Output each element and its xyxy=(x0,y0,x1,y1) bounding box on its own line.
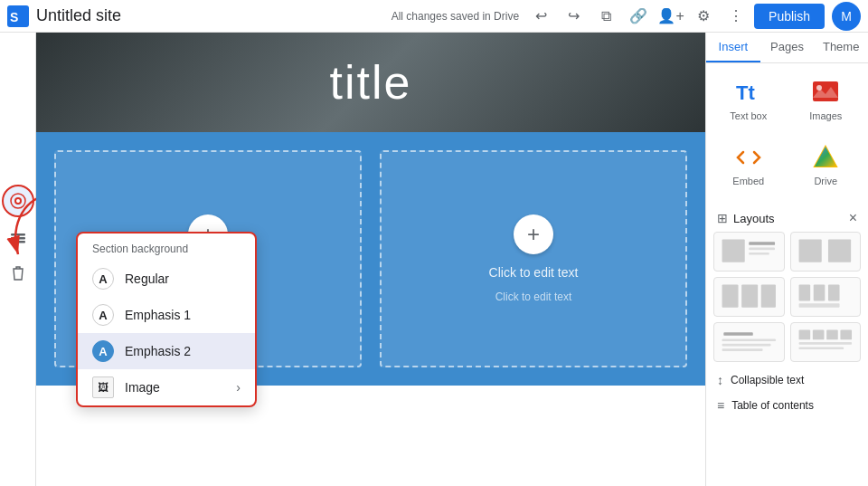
context-menu-header: Section background xyxy=(78,233,255,261)
collapsible-text-item[interactable]: ↕ Collapsible text xyxy=(713,367,861,393)
header-toolbar: ↩ ↪ ⧉ 🔗 👤+ ⚙ ⋮ Publish M xyxy=(526,2,861,31)
svg-marker-14 xyxy=(815,147,836,167)
svg-rect-27 xyxy=(798,303,839,308)
layout-thumb-6[interactable] xyxy=(790,322,862,362)
menu-item-regular[interactable]: A Regular xyxy=(78,261,255,297)
avatar: M xyxy=(832,2,861,31)
menu-item-emphasis1[interactable]: A Emphasis 1 xyxy=(78,297,255,333)
settings-button[interactable]: ⚙ xyxy=(689,2,718,31)
panel-tabs: Insert Pages Theme xyxy=(706,33,868,63)
svg-rect-32 xyxy=(798,330,810,340)
svg-rect-22 xyxy=(741,285,758,308)
svg-rect-19 xyxy=(798,240,821,262)
layouts-close-button[interactable]: × xyxy=(849,210,857,226)
menu-item-image[interactable]: 🖼 Image › xyxy=(78,369,255,405)
svg-rect-7 xyxy=(11,237,25,240)
collapsible-label: Collapsible text xyxy=(731,374,804,386)
hero-title: title xyxy=(330,55,412,110)
svg-rect-8 xyxy=(11,241,25,243)
svg-text:Tt: Tt xyxy=(736,81,755,104)
svg-rect-30 xyxy=(722,344,771,347)
save-status: All changes saved in Drive xyxy=(392,10,519,23)
layout-thumb-5[interactable] xyxy=(713,322,785,362)
emphasis2-label: Emphasis 2 xyxy=(125,344,191,358)
preview-button[interactable]: ⧉ xyxy=(591,2,620,31)
regular-label: Regular xyxy=(125,272,169,286)
menu-item-emphasis2[interactable]: A Emphasis 2 xyxy=(78,333,255,369)
layouts-label: Layouts xyxy=(733,212,849,225)
images-icon xyxy=(811,78,840,107)
insert-images[interactable]: Images xyxy=(791,71,862,129)
edit-text-right[interactable]: Click to edit text xyxy=(489,265,579,280)
embed-label: Embed xyxy=(732,176,764,186)
panel-content: Tt Text box Images xyxy=(706,63,868,486)
section-background-menu: Section background A Regular A Emphasis … xyxy=(76,232,257,407)
svg-rect-6 xyxy=(11,233,25,236)
drive-icon xyxy=(811,143,840,172)
left-toolbar xyxy=(0,33,36,486)
layouts-section-header: ⊞ Layouts × xyxy=(713,205,861,232)
svg-rect-23 xyxy=(761,285,776,308)
svg-point-12 xyxy=(816,85,822,91)
svg-rect-37 xyxy=(798,347,844,349)
image-label: Image xyxy=(125,380,160,395)
redo-button[interactable]: ↪ xyxy=(559,2,588,31)
tab-pages[interactable]: Pages xyxy=(760,33,815,62)
layout-thumbs-grid xyxy=(713,232,861,362)
hero-section: title xyxy=(36,33,705,132)
edit-subtext-right[interactable]: Click to edit text xyxy=(495,291,572,303)
section-background-button[interactable] xyxy=(2,185,34,217)
canvas-area: title + Click to edit text Click to edit… xyxy=(36,33,705,486)
add-content-right-button[interactable]: + xyxy=(514,214,553,254)
insert-items-grid: Tt Text box Images xyxy=(713,71,861,194)
svg-rect-21 xyxy=(722,285,739,308)
image-icon: 🖼 xyxy=(92,376,114,398)
svg-rect-18 xyxy=(749,253,769,255)
add-user-button[interactable]: 👤+ xyxy=(656,2,685,31)
layout-thumb-2[interactable] xyxy=(790,232,862,272)
svg-rect-10 xyxy=(813,81,838,101)
insert-embed[interactable]: Embed xyxy=(713,136,784,194)
emphasis2-icon: A xyxy=(92,340,114,362)
google-sites-logo: S xyxy=(7,5,29,27)
collapsible-icon: ↕ xyxy=(717,373,723,387)
more-button[interactable]: ⋮ xyxy=(722,2,750,31)
app-header: S Untitled site All changes saved in Dri… xyxy=(0,0,868,33)
undo-button[interactable]: ↩ xyxy=(526,2,555,31)
textbox-icon: Tt xyxy=(734,78,763,107)
image-arrow-icon: › xyxy=(236,380,241,395)
layout-thumb-3[interactable] xyxy=(713,277,785,317)
insert-textbox[interactable]: Tt Text box xyxy=(713,71,784,129)
site-title: Untitled site xyxy=(36,6,384,25)
toc-label: Table of contents xyxy=(731,399,814,412)
svg-rect-31 xyxy=(722,348,763,351)
svg-rect-35 xyxy=(840,330,852,340)
link-button[interactable]: 🔗 xyxy=(624,2,653,31)
tab-theme[interactable]: Theme xyxy=(814,33,868,62)
svg-rect-24 xyxy=(798,285,810,301)
svg-rect-15 xyxy=(722,240,745,262)
layers-button[interactable] xyxy=(2,221,34,253)
table-of-contents-item[interactable]: ≡ Table of contents xyxy=(713,393,861,418)
content-card-right[interactable]: + Click to edit text Click to edit text xyxy=(380,150,687,367)
emphasis1-label: Emphasis 1 xyxy=(125,308,191,322)
regular-icon: A xyxy=(92,268,114,290)
svg-rect-34 xyxy=(826,330,838,340)
main-layout: title + Click to edit text Click to edit… xyxy=(0,33,868,486)
svg-rect-33 xyxy=(812,330,824,340)
insert-drive[interactable]: Drive xyxy=(791,136,862,194)
svg-rect-36 xyxy=(798,342,852,345)
layouts-grid-icon: ⊞ xyxy=(717,211,728,225)
right-panel: Insert Pages Theme Tt Text box xyxy=(705,33,868,486)
layout-thumb-1[interactable] xyxy=(713,232,785,272)
svg-rect-20 xyxy=(827,240,850,262)
svg-text:S: S xyxy=(10,10,18,24)
images-label: Images xyxy=(809,110,842,121)
svg-rect-26 xyxy=(827,285,839,301)
toc-icon: ≡ xyxy=(717,398,724,413)
svg-rect-29 xyxy=(722,338,776,341)
publish-button[interactable]: Publish xyxy=(754,4,825,29)
delete-button[interactable] xyxy=(2,257,34,290)
layout-thumb-4[interactable] xyxy=(790,277,862,317)
tab-insert[interactable]: Insert xyxy=(706,33,760,62)
